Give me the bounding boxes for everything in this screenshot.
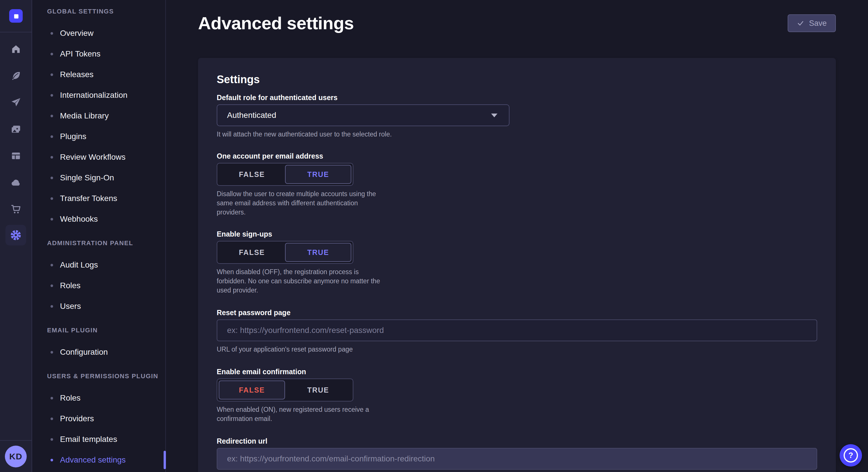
help-button[interactable]: ? [840, 444, 862, 467]
save-button[interactable]: Save [787, 14, 836, 32]
settings-card: Settings Default role for authenticated … [198, 58, 836, 472]
avatar[interactable]: KD [5, 446, 27, 467]
sidebar-item-internationalization[interactable]: Internationalization [32, 85, 165, 105]
sidebar-item-label: API Tokens [60, 49, 100, 59]
sidebar-item-webhooks[interactable]: Webhooks [32, 209, 165, 229]
default-role-select[interactable]: Authenticated [217, 104, 509, 126]
section-items: Audit Logs Roles Users [32, 255, 165, 316]
strapi-logo-icon [11, 11, 21, 21]
bullet-icon [51, 53, 53, 55]
sidebar-item-media-library[interactable]: Media Library [32, 105, 165, 126]
sidebar-item-admin-users[interactable]: Users [32, 296, 165, 316]
sidebar-item-advanced-settings[interactable]: Advanced settings [32, 450, 165, 470]
gear-icon [10, 229, 22, 241]
content-manager-icon[interactable] [11, 150, 21, 161]
default-role-label: Default role for authenticated users [217, 93, 817, 102]
sign-ups-true-option[interactable]: TRUE [285, 243, 351, 262]
sidebar-item-label: Users [60, 302, 81, 311]
content-writing-icon[interactable] [11, 71, 21, 81]
sidebar-item-api-tokens[interactable]: API Tokens [32, 43, 165, 64]
rail-logo-section [0, 0, 32, 32]
cloud-icon[interactable] [11, 177, 21, 188]
field-enable-email-confirmation: Enable email confirmation FALSE TRUE Whe… [217, 367, 817, 423]
sidebar-item-up-roles[interactable]: Roles [32, 388, 165, 408]
page-title: Advanced settings [198, 12, 354, 34]
rail-icon-list [0, 32, 32, 245]
settings-heading: Settings [217, 72, 817, 87]
sidebar-item-label: Webhooks [60, 214, 98, 224]
question-mark-icon: ? [844, 448, 858, 463]
bullet-icon [51, 135, 53, 138]
email-confirmation-toggle: FALSE TRUE [217, 378, 353, 401]
one-account-false-option[interactable]: FALSE [219, 165, 285, 184]
sign-ups-label: Enable sign-ups [217, 229, 817, 239]
sidebar-item-admin-roles[interactable]: Roles [32, 275, 165, 296]
default-role-value: Authenticated [227, 111, 276, 120]
deploy-icon[interactable] [11, 97, 21, 108]
sign-ups-toggle: FALSE TRUE [217, 241, 353, 264]
bullet-icon [51, 397, 53, 400]
section-items: Overview API Tokens Releases Internation… [32, 23, 165, 229]
redirection-url-input[interactable] [217, 448, 817, 470]
sidebar-item-label: Plugins [60, 132, 86, 141]
sidebar-item-review-workflows[interactable]: Review Workflows [32, 147, 165, 167]
sidebar-item-label: Roles [60, 394, 81, 403]
sign-ups-false-option[interactable]: FALSE [219, 243, 285, 262]
sidebar-item-releases[interactable]: Releases [32, 64, 165, 85]
sidebar-item-label: Single Sign-On [60, 173, 114, 182]
sidebar-item-overview[interactable]: Overview [32, 23, 165, 43]
field-enable-sign-ups: Enable sign-ups FALSE TRUE When disabled… [217, 229, 817, 295]
email-confirmation-label: Enable email confirmation [217, 367, 817, 376]
email-confirmation-true-option[interactable]: TRUE [285, 380, 351, 400]
strapi-logo[interactable] [9, 9, 23, 23]
rail-user-section: KD [0, 440, 32, 472]
sidebar-item-email-templates[interactable]: Email templates [32, 429, 165, 450]
bullet-icon [51, 438, 53, 441]
check-icon [797, 20, 804, 27]
sidebar-item-label: Roles [60, 281, 81, 290]
one-account-toggle: FALSE TRUE [217, 163, 353, 186]
sidebar-item-providers[interactable]: Providers [32, 408, 165, 429]
sidebar-item-label: Providers [60, 414, 94, 423]
one-account-true-option[interactable]: TRUE [285, 165, 351, 184]
field-one-account-per-email: One account per email address FALSE TRUE… [217, 151, 817, 217]
sidebar-item-label: Media Library [60, 111, 109, 121]
settings-icon-active[interactable] [5, 225, 26, 245]
home-icon[interactable] [11, 44, 21, 55]
sidebar-item-single-sign-on[interactable]: Single Sign-On [32, 167, 165, 188]
bullet-icon [51, 218, 53, 221]
bullet-icon [51, 264, 53, 266]
reset-password-input[interactable] [217, 319, 817, 341]
chevron-down-icon [491, 113, 497, 117]
sidebar-item-email-configuration[interactable]: Configuration [32, 342, 165, 363]
sidebar-item-plugins[interactable]: Plugins [32, 126, 165, 147]
sidebar-item-label: Transfer Tokens [60, 194, 117, 203]
email-confirmation-false-option[interactable]: FALSE [219, 380, 285, 400]
one-account-hint: Disallow the user to create multiple acc… [217, 189, 817, 217]
reset-password-hint: URL of your application's reset password… [217, 345, 817, 354]
sidebar-item-audit-logs[interactable]: Audit Logs [32, 255, 165, 275]
sidebar-item-label: Advanced settings [60, 456, 126, 465]
section-header-email-plugin: EMAIL PLUGIN [47, 326, 165, 334]
bullet-icon [51, 94, 53, 97]
section-items: Roles Providers Email templates Advanced… [32, 388, 165, 470]
section-header-users-permissions-plugin: USERS & PERMISSIONS PLUGIN [47, 372, 165, 380]
sidebar-item-transfer-tokens[interactable]: Transfer Tokens [32, 188, 165, 209]
main-content: Advanced settings Save Settings Default … [166, 0, 868, 472]
strapi-admin: KD GLOBAL SETTINGS Overview API Tokens R… [0, 0, 868, 472]
media-library-icon[interactable] [11, 124, 21, 134]
bullet-icon [51, 115, 53, 117]
section-items: Configuration [32, 342, 165, 363]
icon-rail: KD [0, 0, 32, 472]
field-reset-password-page: Reset password page URL of your applicat… [217, 308, 817, 354]
settings-subnav: GLOBAL SETTINGS Overview API Tokens Rele… [32, 0, 166, 472]
sidebar-item-label: Overview [60, 29, 94, 38]
sidebar-item-label: Review Workflows [60, 153, 125, 162]
sidebar-item-label: Releases [60, 70, 94, 79]
section-header-administration-panel: ADMINISTRATION PANEL [47, 239, 165, 247]
bullet-icon [51, 156, 53, 159]
sign-ups-hint: When disabled (OFF), the registration pr… [217, 267, 817, 295]
marketplace-icon[interactable] [11, 204, 21, 214]
bullet-icon [51, 32, 53, 35]
bullet-icon [51, 417, 53, 420]
